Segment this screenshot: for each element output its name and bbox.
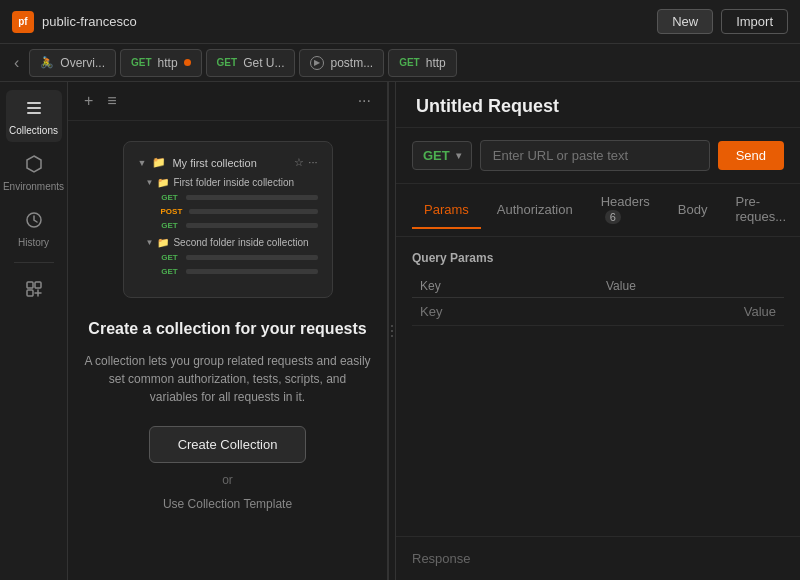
play-icon: ▶ [310, 56, 324, 70]
folder-chevron-icon-2: ▼ [146, 238, 154, 247]
tab-authorization-label: Authorization [497, 202, 573, 217]
collection-card-actions: ☆ ··· [294, 156, 317, 169]
add-collection-button[interactable]: + [80, 90, 97, 112]
key-column-header: Key [412, 275, 598, 298]
request-item: GET [158, 220, 318, 231]
tab-get-http-label: http [158, 56, 178, 70]
request-tabs: Params Authorization Headers 6 Body Pre-… [396, 184, 800, 237]
request-item: GET [158, 252, 318, 263]
request-bar [189, 209, 317, 214]
get-badge: GET [158, 266, 182, 277]
tab-get-user[interactable]: GET Get U... [206, 49, 296, 77]
folder-chevron-icon: ▼ [146, 178, 154, 187]
tab-headers[interactable]: Headers 6 [589, 184, 662, 236]
tab-get-http[interactable]: GET http [120, 49, 202, 77]
tab-get-http2-label: http [426, 56, 446, 70]
tab-get-http2[interactable]: GET http [388, 49, 457, 77]
tab-modified-dot [184, 59, 191, 66]
resize-dot [391, 325, 393, 327]
tab-headers-label: Headers [601, 194, 650, 209]
tab-postman-label: postm... [330, 56, 373, 70]
chevron-right-icon: ▼ [138, 158, 147, 168]
tab-prerequest[interactable]: Pre-reques... [723, 184, 798, 236]
sidebar-collections-label: Collections [9, 125, 58, 136]
method-label: GET [423, 148, 450, 163]
send-button[interactable]: Send [718, 141, 784, 170]
tab-get-user-method: GET [217, 57, 238, 68]
post-badge: POST [158, 206, 186, 217]
folder-first-name: First folder inside collection [173, 177, 294, 188]
sidebar-item-environments[interactable]: Environments [6, 146, 62, 198]
collections-icon [24, 98, 44, 121]
folder-second-name: Second folder inside collection [173, 237, 308, 248]
request-title: Untitled Request [396, 82, 800, 128]
bike-icon: 🚴 [40, 56, 54, 69]
tab-overview[interactable]: 🚴 Overvi... [29, 49, 116, 77]
svg-rect-6 [35, 282, 41, 288]
workspace-icon: pf [12, 11, 34, 33]
folder-second: ▼ 📁 Second folder inside collection GET … [146, 237, 318, 277]
key-input[interactable] [420, 304, 590, 319]
new-button[interactable]: New [657, 9, 713, 34]
collection-card-header: ▼ 📁 My first collection ☆ ··· [138, 156, 318, 169]
get-badge: GET [158, 252, 182, 263]
sidebar-item-history[interactable]: History [6, 202, 62, 254]
folder-second-header: ▼ 📁 Second folder inside collection [146, 237, 318, 248]
value-input[interactable] [606, 304, 776, 319]
card-more-icon[interactable]: ··· [308, 156, 317, 169]
filter-button[interactable]: ≡ [103, 90, 120, 112]
create-collection-button[interactable]: Create Collection [149, 426, 307, 463]
sidebar-environments-label: Environments [3, 181, 64, 192]
promo-title: Create a collection for your requests [88, 318, 366, 340]
url-bar: GET ▾ Send [396, 128, 800, 184]
left-panel: + ≡ ··· ▼ 📁 My first collection ☆ ··· [68, 82, 388, 580]
folder-first-header: ▼ 📁 First folder inside collection [146, 177, 318, 188]
more-options-button[interactable]: ··· [354, 90, 375, 112]
query-params-title: Query Params [412, 251, 784, 265]
tab-body[interactable]: Body [666, 192, 720, 229]
method-arrow-icon: ▾ [456, 150, 461, 161]
or-divider: or [222, 473, 233, 487]
params-table: Key Value [412, 275, 784, 326]
query-section: Query Params Key Value [396, 237, 800, 536]
value-column-header: Value [598, 275, 784, 298]
tab-authorization[interactable]: Authorization [485, 192, 585, 229]
tab-bar: ‹ 🚴 Overvi... GET http GET Get U... ▶ po… [0, 44, 800, 82]
resize-dot [391, 330, 393, 332]
promo-desc: A collection lets you group related requ… [84, 352, 371, 406]
svg-rect-1 [27, 107, 41, 109]
svg-rect-7 [27, 290, 33, 296]
use-template-button[interactable]: Use Collection Template [163, 497, 292, 511]
import-button[interactable]: Import [721, 9, 788, 34]
sidebar-item-collections[interactable]: Collections [6, 90, 62, 142]
request-bar [186, 255, 318, 260]
collection-card: ▼ 📁 My first collection ☆ ··· ▼ 📁 First … [123, 141, 333, 298]
svg-marker-3 [27, 156, 41, 172]
tab-get-user-label: Get U... [243, 56, 284, 70]
star-icon[interactable]: ☆ [294, 156, 304, 169]
get-badge: GET [158, 192, 182, 203]
tab-params[interactable]: Params [412, 192, 481, 229]
tab-get-http2-method: GET [399, 57, 420, 68]
method-select[interactable]: GET ▾ [412, 141, 472, 170]
workspace-name: public-francesco [42, 14, 649, 29]
environments-icon [24, 154, 44, 177]
tab-body-label: Body [678, 202, 708, 217]
resize-dot [391, 335, 393, 337]
sidebar-item-workspaces[interactable] [6, 271, 62, 308]
resize-handle[interactable] [388, 82, 396, 580]
url-input[interactable] [480, 140, 710, 171]
request-bar [186, 195, 318, 200]
svg-rect-2 [27, 112, 41, 114]
collection-preview: ▼ 📁 My first collection ☆ ··· ▼ 📁 First … [68, 121, 387, 580]
sidebar-divider [14, 262, 54, 263]
right-panel: Untitled Request GET ▾ Send Params Autho… [396, 82, 800, 580]
tab-postman[interactable]: ▶ postm... [299, 49, 384, 77]
svg-rect-0 [27, 102, 41, 104]
request-item: GET [158, 266, 318, 277]
folder-icon-first: 📁 [157, 177, 169, 188]
collection-card-title: ▼ 📁 My first collection [138, 156, 257, 169]
sidebar: Collections Environments History [0, 82, 68, 580]
tab-back-button[interactable]: ‹ [8, 50, 25, 76]
request-bar [186, 269, 318, 274]
